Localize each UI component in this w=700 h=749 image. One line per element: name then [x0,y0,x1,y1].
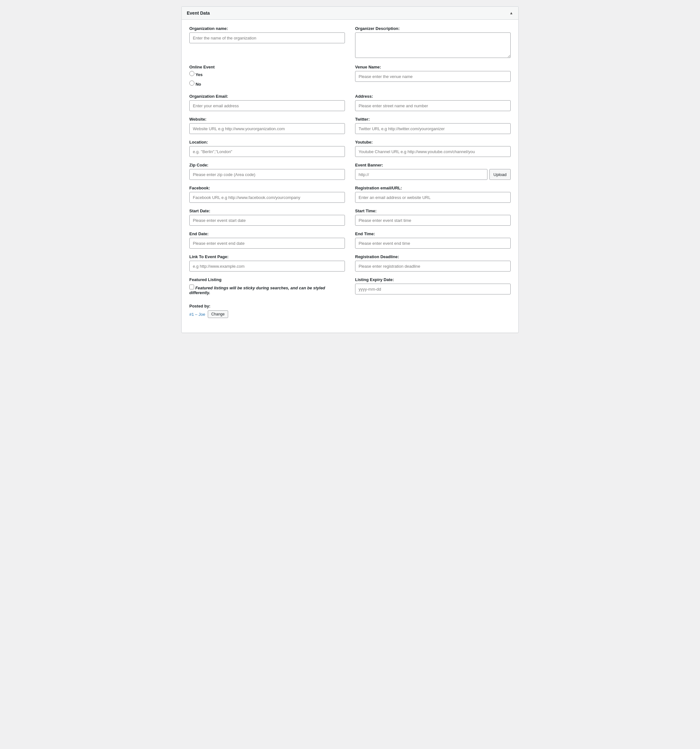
address-input[interactable] [355,100,511,111]
end-time-input[interactable] [355,238,511,249]
facebook-group: Facebook: [189,186,345,203]
posted-by-group: Posted by: #1 – Joe Change [189,304,345,318]
org-desc-textarea[interactable] [355,32,511,58]
twitter-label: Twitter: [355,117,511,122]
website-input[interactable] [189,123,345,134]
twitter-input[interactable] [355,123,511,134]
zip-code-input[interactable] [189,169,345,180]
zip-code-label: Zip Code: [189,163,345,167]
reg-deadline-label: Registration Deadline: [355,254,511,259]
zip-code-group: Zip Code: [189,163,345,180]
featured-listing-checkbox[interactable] [189,284,194,289]
location-group: Location: [189,140,345,157]
posted-by-link[interactable]: #1 – Joe [189,312,205,317]
online-no-text: No [196,82,201,87]
event-banner-group: Event Banner: Upload [355,163,511,180]
start-date-label: Start Date: [189,208,345,213]
venue-name-label: Venue Name: [355,65,511,69]
featured-listing-label: Featured Listing [189,277,345,282]
reg-deadline-input[interactable] [355,261,511,272]
end-date-label: End Date: [189,231,345,236]
registration-email-group: Registration email/URL: [355,186,511,203]
registration-email-label: Registration email/URL: [355,186,511,190]
end-time-label: End Time: [355,231,511,236]
link-event-input[interactable] [189,261,345,272]
org-name-label: Organization name: [189,26,345,31]
end-date-input[interactable] [189,238,345,249]
event-data-panel: Event Data ▲ Organization name: Organize… [181,6,519,333]
event-banner-input[interactable] [355,169,488,180]
start-time-group: Start Time: [355,208,511,226]
link-event-label: Link To Event Page: [189,254,345,259]
org-email-label: Organization Email: [189,94,345,99]
online-event-radios: Yes No [189,71,345,88]
empty-right [355,303,511,324]
start-time-label: Start Time: [355,208,511,213]
featured-listing-desc: Featured listings will be sticky during … [189,286,325,295]
end-date-group: End Date: [189,231,345,249]
youtube-input[interactable] [355,146,511,157]
website-group: Website: [189,117,345,134]
online-yes-radio[interactable] [189,71,194,76]
facebook-label: Facebook: [189,186,345,190]
start-date-group: Start Date: [189,208,345,226]
listing-expiry-input[interactable] [355,284,511,295]
org-email-group: Organization Email: [189,94,345,111]
start-date-input[interactable] [189,215,345,226]
registration-email-input[interactable] [355,192,511,203]
online-yes-text: Yes [195,72,202,77]
listing-expiry-label: Listing Expiry Date: [355,277,511,282]
address-group: Address: [355,94,511,111]
org-name-group: Organization name: [189,26,345,59]
end-time-group: End Time: [355,231,511,249]
form-grid: Organization name: Organizer Description… [189,26,511,324]
location-input[interactable] [189,146,345,157]
online-event-group: Online Event Yes No [189,65,345,88]
posted-by-value: #1 – Joe Change [189,310,345,318]
youtube-label: Youtube: [355,140,511,145]
twitter-group: Twitter: [355,117,511,134]
address-label: Address: [355,94,511,99]
org-name-input[interactable] [189,32,345,43]
venue-name-group: Venue Name: [355,65,511,88]
panel-toggle-icon[interactable]: ▲ [509,11,513,15]
online-yes-radio-label[interactable]: Yes [189,71,345,77]
change-button[interactable]: Change [208,310,228,318]
youtube-group: Youtube: [355,140,511,157]
event-banner-label: Event Banner: [355,163,511,167]
listing-expiry-group: Listing Expiry Date: [355,277,511,297]
panel-title: Event Data [187,11,210,15]
posted-by-label: Posted by: [189,304,345,309]
org-desc-group: Organizer Description: [355,26,511,59]
featured-checkbox-label[interactable]: Featured listings will be sticky during … [189,284,345,295]
banner-input-group: Upload [355,169,511,180]
location-label: Location: [189,140,345,145]
panel-header: Event Data ▲ [181,7,519,20]
link-event-group: Link To Event Page: [189,254,345,272]
website-label: Website: [189,117,345,122]
org-desc-label: Organizer Description: [355,26,511,31]
online-no-radio[interactable] [189,81,194,86]
featured-listing-group: Featured Listing Featured listings will … [189,277,345,297]
online-event-label: Online Event [189,65,345,69]
start-time-input[interactable] [355,215,511,226]
facebook-input[interactable] [189,192,345,203]
org-email-input[interactable] [189,100,345,111]
reg-deadline-group: Registration Deadline: [355,254,511,272]
online-no-radio-label[interactable]: No [189,81,345,87]
venue-name-input[interactable] [355,71,511,82]
panel-body: Organization name: Organizer Description… [181,20,519,333]
upload-button[interactable]: Upload [490,169,511,180]
